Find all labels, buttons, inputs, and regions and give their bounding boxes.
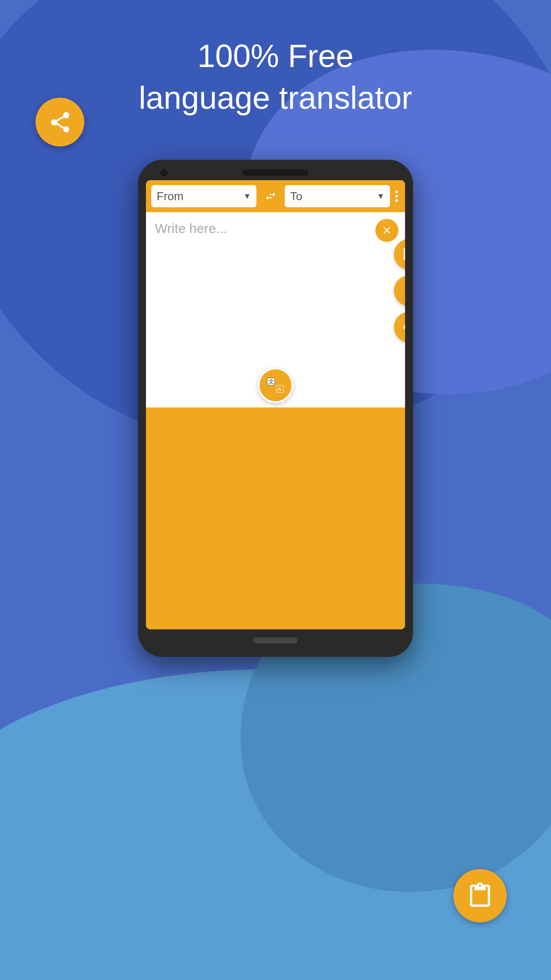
to-dropdown-arrow: ▼ (377, 192, 385, 201)
from-dropdown-arrow: ▼ (243, 192, 251, 201)
phone-mockup: From ▼ To ▼ (138, 160, 413, 657)
tts-output-button[interactable] (394, 498, 405, 529)
output-section-wrapper (146, 407, 405, 629)
microphone-icon (402, 283, 405, 298)
speaker-icon (402, 320, 405, 335)
swap-icon (264, 190, 277, 202)
translate-button[interactable]: 文 A (258, 368, 293, 403)
svg-text:A: A (278, 386, 282, 392)
phone-outer: From ▼ To ▼ (138, 160, 413, 657)
svg-text:文: 文 (268, 378, 274, 385)
close-icon (381, 225, 393, 236)
speaker-output-icon (402, 506, 405, 521)
phone-top-bar (146, 170, 405, 176)
tts-input-button[interactable] (394, 312, 405, 343)
app-toolbar: From ▼ To ▼ (146, 180, 405, 212)
copy-translation-button[interactable] (394, 425, 405, 456)
share-output-icon (402, 470, 405, 485)
to-language-dropdown[interactable]: To ▼ (285, 185, 390, 207)
app-tagline: 100% Free language translator (0, 36, 551, 119)
clipboard-icon (402, 247, 405, 262)
paste-clipboard-button[interactable] (394, 239, 405, 270)
header-section: 100% Free language translator (0, 36, 551, 119)
more-options-button[interactable] (394, 190, 400, 202)
input-placeholder: Write here... (155, 221, 396, 236)
to-language-label: To (290, 190, 302, 203)
output-action-buttons (394, 425, 405, 529)
phone-screen: From ▼ To ▼ (146, 180, 405, 629)
more-dot-1 (395, 190, 398, 193)
share-translation-button[interactable] (394, 462, 405, 493)
text-input-area[interactable]: Write here... (146, 212, 405, 363)
phone-camera (159, 168, 169, 178)
swap-languages-button[interactable] (260, 186, 281, 207)
phone-bottom-bar (146, 634, 405, 647)
from-language-label: From (157, 190, 184, 203)
clipboard-button-bottom[interactable] (453, 869, 507, 922)
translation-output-area (146, 407, 405, 629)
phone-speaker (242, 170, 309, 176)
input-action-buttons (394, 239, 405, 343)
more-dot-2 (395, 195, 398, 198)
translate-icon: 文 A (266, 375, 285, 395)
input-section-wrapper: Write here... (146, 212, 405, 363)
translate-button-area: 文 A (146, 363, 405, 407)
clipboard-bottom-icon (467, 882, 493, 909)
voice-input-button[interactable] (394, 275, 405, 306)
from-language-dropdown[interactable]: From ▼ (151, 185, 256, 207)
more-dot-3 (395, 199, 398, 202)
phone-home-button (253, 637, 298, 644)
share-icon (48, 110, 72, 134)
share-button-top[interactable] (35, 98, 84, 146)
copy-icon (402, 433, 405, 448)
